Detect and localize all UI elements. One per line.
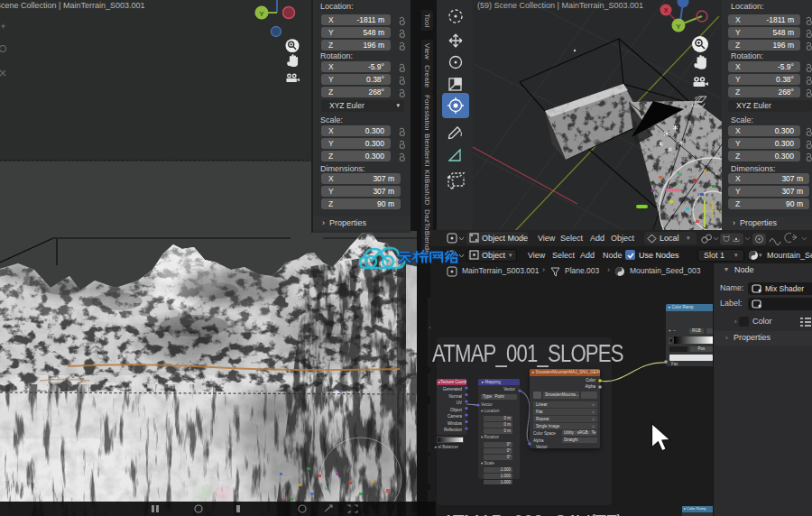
svg-text:Y: Y: [259, 10, 264, 18]
svg-text:X: X: [664, 7, 669, 14]
svg-text:Y: Y: [676, 23, 681, 31]
